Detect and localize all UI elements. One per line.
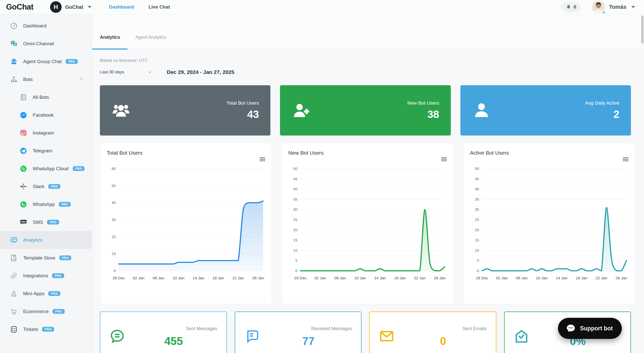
svg-text:15: 15 [475, 238, 479, 242]
svg-text:18 Jan: 18 Jan [576, 276, 588, 280]
sidebar-item-integrations[interactable]: IntegrationsPRO [0, 267, 92, 285]
pro-badge: PRO [59, 255, 71, 260]
scrollbar-thumb[interactable] [641, 15, 643, 43]
svg-text:02 Jan: 02 Jan [133, 276, 145, 280]
sitemap-icon [10, 76, 18, 83]
svg-text:10: 10 [112, 252, 116, 256]
user-name: Tomás [609, 4, 626, 10]
user-icon [472, 100, 491, 120]
pro-badge: PRO [73, 166, 85, 171]
svg-text:26 Jan: 26 Jan [434, 276, 446, 280]
sidebar-item-omni-channel[interactable]: Omni-Channel [0, 35, 92, 53]
svg-text:14 Jan: 14 Jan [556, 276, 568, 280]
svg-text:15: 15 [293, 238, 297, 242]
sidebar-item-label: Telegram [33, 148, 52, 154]
metric-card-label: Sent Emails [399, 326, 487, 331]
chart-menu-icon[interactable] [623, 157, 628, 161]
sidebar-item-facebook[interactable]: Facebook [0, 106, 92, 124]
sidebar-item-all-bots[interactable]: All Bots [0, 88, 92, 106]
svg-text:50: 50 [475, 167, 479, 171]
sidebar-item-label: Template Store [23, 255, 55, 261]
svg-text:18 Jan: 18 Jan [394, 276, 406, 280]
sidebar-item-label: SMS [33, 219, 43, 225]
svg-text:22 Jan: 22 Jan [596, 276, 608, 280]
tab-agent-analytics[interactable]: Agent Analytics [128, 35, 174, 49]
sidebar-item-ecommerce[interactable]: EcommercePRO [0, 302, 92, 320]
stat-card-label: Total Bot Users [227, 100, 259, 106]
user-menu[interactable]: Tomás [592, 1, 635, 14]
svg-text:5: 5 [295, 258, 297, 262]
sidebar-item-instagram[interactable]: Instagram [0, 124, 92, 142]
stamp-icon [10, 290, 18, 297]
svg-text:40: 40 [475, 187, 479, 191]
svg-text:SMS: SMS [21, 220, 25, 223]
sidebar-menu: DashboardOmni-ChannelAgent Group ChatPRO… [0, 17, 92, 338]
support-bot-button[interactable]: Support bot [558, 318, 622, 339]
chart-card-active-bot-users: Active Bot Users0510152025303540455029 D… [463, 143, 635, 304]
stat-card-value: 38 [407, 108, 439, 120]
nav-live-chat[interactable]: Live Chat [148, 4, 170, 10]
envelope-open-icon [514, 328, 529, 345]
tab-analytics[interactable]: Analytics [92, 35, 128, 49]
sidebar-item-label: Mini-Apps [23, 291, 44, 296]
date-range-select[interactable]: Last 30 days [100, 70, 152, 75]
sidebar-item-label: WhatsApp [33, 202, 55, 207]
page-scrollbar[interactable] [641, 14, 644, 353]
notifications-button[interactable]: 0 [561, 2, 581, 12]
pro-badge: PRO [66, 59, 78, 64]
sidebar-item-agent-group-chat[interactable]: Agent Group ChatPRO [0, 53, 92, 70]
svg-text:20: 20 [475, 228, 479, 232]
workspace-logo-icon: H [50, 1, 62, 13]
svg-text:06 Jan: 06 Jan [153, 276, 165, 280]
svg-text:0: 0 [295, 269, 297, 273]
svg-text:40: 40 [293, 187, 297, 191]
metric-card-sent-messages: Sent Messages455 [100, 312, 227, 353]
pro-badge: PRO [42, 327, 54, 332]
support-bot-label: Support bot [580, 325, 613, 332]
sidebar-item-label: Slack [33, 184, 44, 189]
chevron-down-icon [148, 70, 152, 74]
sidebar-item-whatsapp-cloud[interactable]: WhatsApp CloudPRO [0, 160, 92, 178]
metric-card-sent-emails: Sent Emails0 [369, 312, 496, 353]
sidebar-item-bots[interactable]: Bots [0, 70, 92, 88]
sidebar-item-whatsapp[interactable]: WhatsAppPRO [0, 195, 92, 213]
notification-count: 0 [574, 4, 576, 10]
sidebar-item-telegram[interactable]: Telegram [0, 142, 92, 160]
nav-dashboard[interactable]: Dashboard [109, 4, 134, 10]
svg-text:20: 20 [112, 235, 116, 239]
chat-round-icon [109, 328, 125, 345]
sidebar-item-tickets[interactable]: TicketsPRO [0, 320, 92, 338]
svg-text:35: 35 [293, 197, 297, 201]
sidebar-item-template-store[interactable]: Template StorePRO [0, 249, 92, 267]
sidebar-item-label: Agent Group Chat [23, 59, 62, 64]
stat-card-new-bot-users: New Bot Users38 [280, 85, 451, 136]
status-dot [602, 10, 606, 15]
analytics-icon [10, 236, 18, 244]
sidebar-item-sms[interactable]: SMSSMSPRO [0, 213, 92, 231]
tickets-icon [10, 326, 18, 333]
telegram-icon [20, 147, 27, 155]
svg-text:14 Jan: 14 Jan [374, 276, 386, 280]
sidebar-item-dashboard[interactable]: Dashboard [0, 17, 92, 35]
pro-badge: PRO [48, 291, 60, 296]
svg-text:0: 0 [477, 269, 479, 273]
sidebar-item-analytics[interactable]: Analytics [0, 231, 92, 249]
sidebar-item-slack[interactable]: SlackPRO [0, 178, 92, 195]
svg-text:06 Jan: 06 Jan [334, 276, 346, 280]
metric-card-value: 455 [130, 335, 217, 347]
svg-text:26 Jan: 26 Jan [252, 276, 264, 280]
app-logo: GoChat [6, 3, 33, 12]
workspace-name: GoChat [65, 4, 83, 10]
cart-icon [10, 308, 18, 315]
sidebar-item-mini-apps[interactable]: Mini-AppsPRO [0, 285, 92, 302]
svg-text:30: 30 [293, 207, 297, 211]
chart-menu-icon[interactable] [260, 157, 265, 161]
slack-icon [20, 183, 27, 190]
workspace-select[interactable]: H GoChat [50, 1, 91, 13]
svg-text:10 Jan: 10 Jan [354, 276, 366, 280]
pro-badge: PRO [53, 309, 65, 314]
chart-menu-icon[interactable] [441, 157, 447, 161]
analytics-tabbar: Analytics Agent Analytics [92, 14, 641, 50]
svg-text:22 Jan: 22 Jan [414, 276, 426, 280]
list-icon [20, 94, 27, 101]
